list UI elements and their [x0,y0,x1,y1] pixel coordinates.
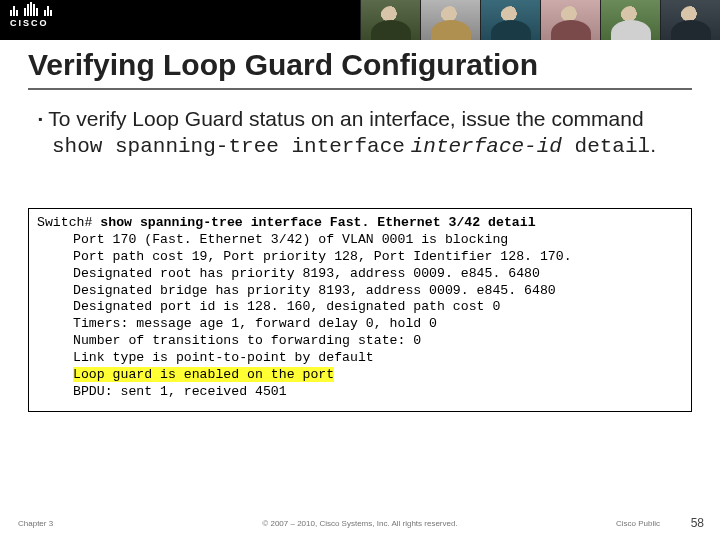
header-photo [420,0,480,40]
bullet-icon: ▪ [38,112,42,126]
header-photo [480,0,540,40]
title-divider [28,88,692,90]
copyright-text: © 2007 – 2010, Cisco Systems, Inc. All r… [262,519,457,528]
bullet-item: ▪To verify Loop Guard status on an inter… [38,106,678,161]
header-photo [600,0,660,40]
logo-text: CISCO [10,18,52,28]
cisco-logo: CISCO [10,4,52,28]
header-band: CISCO [0,0,720,40]
bullet-text-pre: To verify Loop Guard status on an interf… [48,107,643,130]
header-photo [660,0,720,40]
header-photo [540,0,600,40]
slide-title: Verifying Loop Guard Configuration [28,48,538,82]
bullet-list: ▪To verify Loop Guard status on an inter… [38,106,678,171]
inline-code: detail [562,135,650,158]
slide: CISCO Verifying Loop Guard Configuration… [0,0,720,540]
inline-code-arg: interface-id [411,135,562,158]
header-photo-strip [360,0,720,40]
bullet-text-post: . [650,133,656,156]
inline-code: show spanning-tree interface [52,135,405,158]
cli-output-box: Switch# show spanning-tree interface Fas… [28,208,692,412]
page-number: 58 [691,516,704,530]
logo-bars-icon [10,4,52,16]
chapter-label: Chapter 3 [18,519,53,528]
header-photo [360,0,420,40]
visibility-label: Cisco Public [616,519,660,528]
